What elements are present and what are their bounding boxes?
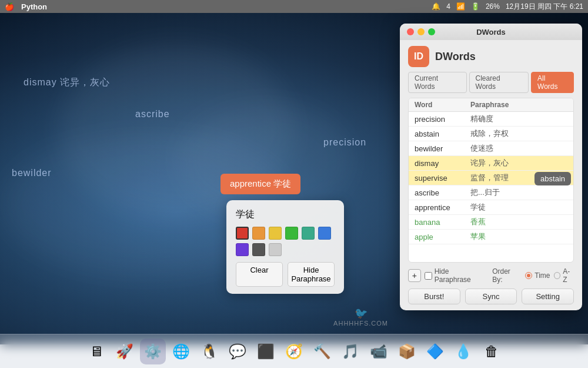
color-swatches — [236, 227, 335, 256]
col-header-para: Paraphrase — [470, 101, 567, 109]
app-name: DWords — [435, 51, 476, 63]
abstain-tag: abstain — [534, 172, 571, 185]
color-picker-title: 学徒 — [236, 208, 335, 221]
swatch-yellow[interactable] — [269, 227, 282, 240]
word-bubble-dismay: dismay 诧异，灰心 — [24, 77, 110, 89]
table-row[interactable]: apprentice 学徒 — [409, 200, 573, 215]
swatch-blue[interactable] — [318, 227, 331, 240]
hide-para-label: Hide Paraphrase — [435, 267, 486, 284]
menubar: 🍎 Python 🔔 4 📶 🔋 26% 12月19日 周四 下午 6:21 — [0, 0, 588, 13]
dock-chrome[interactable]: 🌐 — [168, 339, 194, 364]
apple-menu[interactable]: 🍎 — [5, 2, 14, 11]
menubar-right: 🔔 4 📶 🔋 26% 12月19日 周四 下午 6:21 — [432, 2, 583, 12]
app-icon: ID — [408, 46, 429, 67]
app-header: ID DWords — [400, 40, 582, 72]
tab-current-words[interactable]: Current Words — [408, 72, 467, 93]
action-buttons: Burst! Sync Setting — [400, 289, 582, 310]
dock-trash[interactable]: 🗑 — [479, 339, 505, 364]
traffic-lights — [407, 28, 435, 35]
table-header: Word Paraphrase — [409, 98, 573, 112]
table-row[interactable]: banana 香蕉 — [409, 215, 573, 230]
table-row[interactable]: supervise 监督，管理 abstain — [409, 171, 573, 185]
bottom-controls: + Hide Paraphrase Order By: Time A-Z — [400, 263, 582, 289]
swatch-green[interactable] — [285, 227, 298, 240]
popup-buttons: Clear Hide Paraphrase — [236, 262, 335, 287]
window-content: ID DWords Current Words Cleared Words Al… — [400, 40, 582, 310]
battery-level: 26% — [486, 2, 500, 11]
dock-xcode[interactable]: 🔨 — [309, 339, 335, 364]
dock-archive[interactable]: 📦 — [394, 339, 420, 364]
swatch-orange[interactable] — [252, 227, 265, 240]
word-bubble-ascribe: ascribe — [135, 109, 170, 120]
setting-button[interactable]: Setting — [522, 289, 574, 304]
dock-launchpad[interactable]: 🚀 — [112, 339, 138, 364]
dock: 🖥 🚀 ⚙️ 🌐 🐧 💬 ⬛ 🧭 🔨 🎵 📹 📦 🔷 💧 🗑 — [0, 334, 588, 368]
swatch-purple[interactable] — [236, 243, 249, 256]
clear-button[interactable]: Clear — [236, 262, 283, 287]
dock-podcasts[interactable]: 🎵 — [338, 339, 363, 364]
dock-qq[interactable]: 🐧 — [196, 339, 222, 364]
radio-time-dot[interactable] — [525, 272, 532, 279]
table-row[interactable]: dismay 诧异，灰心 — [409, 156, 573, 171]
dock-facetime[interactable]: 📹 — [366, 339, 392, 364]
watermark: 🐦 AHHHHFS.COM — [333, 307, 388, 327]
network-icon: 📶 — [456, 2, 465, 11]
burst-button[interactable]: Burst! — [408, 289, 460, 304]
word-bubble-bewilder: bewilder — [12, 168, 52, 178]
dock-safari[interactable]: 🧭 — [281, 339, 307, 364]
radio-az[interactable]: A-Z — [554, 267, 574, 284]
words-table: Word Paraphrase precision 精确度 abstain 戒除… — [408, 98, 574, 263]
dock-system-prefs[interactable]: ⚙️ — [140, 339, 166, 364]
notification-count: 4 — [446, 2, 450, 11]
word-bubble-precision: precision — [323, 137, 366, 148]
dock-vscode[interactable]: 🔷 — [422, 339, 448, 364]
table-row[interactable]: precision 精确度 — [409, 112, 573, 127]
watermark-logo: 🐦 — [333, 307, 388, 320]
az-label: A-Z — [563, 267, 574, 284]
table-row[interactable]: bewilder 使迷惑 — [409, 141, 573, 156]
battery-icon: 🔋 — [471, 2, 480, 11]
apprentice-bubble[interactable]: apprentice 学徒 — [220, 174, 300, 194]
dock-wechat[interactable]: 💬 — [225, 339, 250, 364]
hide-paraphrase-button[interactable]: Hide Paraphrase — [288, 262, 335, 287]
swatch-red[interactable] — [236, 227, 249, 240]
close-button[interactable] — [407, 28, 414, 35]
swatch-dark[interactable] — [252, 243, 265, 256]
table-row[interactable]: abstain 戒除，弃权 — [409, 127, 573, 141]
app-name-menu[interactable]: Python — [21, 2, 47, 11]
tab-bar: Current Words Cleared Words All Words — [400, 72, 582, 98]
window-titlebar: DWords — [400, 24, 582, 40]
dwords-window: DWords ID DWords Current Words Cleared W… — [400, 24, 582, 310]
minimize-button[interactable] — [417, 28, 425, 35]
dock-terminal[interactable]: ⬛ — [253, 339, 279, 364]
swatch-light[interactable] — [269, 243, 282, 256]
color-picker-popup: 学徒 Clear Hide Paraphrase — [226, 200, 344, 294]
hide-para-input[interactable] — [425, 272, 432, 280]
window-title: DWords — [476, 28, 506, 37]
radio-az-dot[interactable] — [554, 272, 561, 279]
table-row[interactable]: ascribe 把...归于 — [409, 185, 573, 200]
maximize-button[interactable] — [428, 28, 435, 35]
dock-finder[interactable]: 🖥 — [83, 339, 109, 364]
notification-icon: 🔔 — [432, 2, 440, 11]
radio-time[interactable]: Time — [525, 271, 550, 280]
swatch-teal[interactable] — [302, 227, 315, 240]
order-by-controls: Order By: Time A-Z — [492, 267, 574, 284]
sync-button[interactable]: Sync — [465, 289, 517, 304]
order-by-label: Order By: — [492, 267, 522, 284]
tab-cleared-words[interactable]: Cleared Words — [469, 72, 529, 93]
table-row[interactable]: apple 苹果 — [409, 230, 573, 244]
dock-water[interactable]: 💧 — [450, 339, 476, 364]
hide-paraphrase-checkbox[interactable]: Hide Paraphrase — [425, 267, 486, 284]
add-word-button[interactable]: + — [408, 269, 421, 282]
tab-all-words[interactable]: All Words — [531, 72, 574, 93]
time-label: Time — [534, 271, 550, 280]
datetime: 12月19日 周四 下午 6:21 — [506, 2, 583, 12]
menubar-left: 🍎 Python — [5, 2, 47, 11]
col-header-word: Word — [415, 101, 470, 109]
watermark-text: AHHHHFS.COM — [333, 320, 388, 327]
